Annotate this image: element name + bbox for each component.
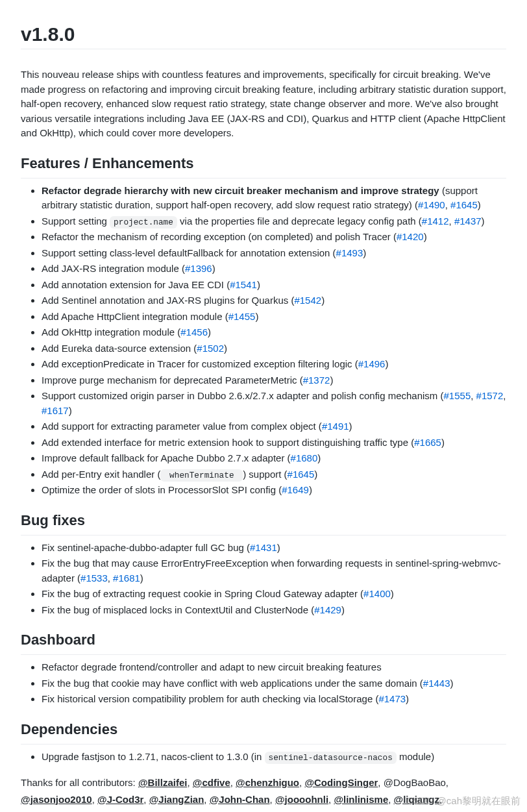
issue-link[interactable]: #1420 — [397, 231, 424, 242]
issue-link[interactable]: #1555 — [444, 390, 471, 401]
issue-link[interactable]: #1572 — [476, 390, 504, 401]
release-title: v1.8.0 — [21, 19, 506, 49]
inline-code: sentinel-datasource-nacos — [265, 752, 397, 764]
issue-link[interactable]: #1372 — [303, 375, 330, 386]
features-list: Refactor degrade hierarchy with new circ… — [21, 184, 506, 498]
list-item: Add Sentinel annotation and JAX-RS plugi… — [42, 293, 506, 308]
list-item: Fix sentinel-apache-dubbo-adapter full G… — [42, 541, 506, 556]
list-item: Add per-Entry exit handler ( whenTermina… — [42, 467, 506, 482]
dashboard-heading: Dashboard — [21, 629, 506, 655]
issue-link[interactable]: #1680 — [291, 452, 318, 463]
issue-link[interactable]: #1496 — [358, 358, 386, 369]
list-item: Support customized origin parser in Dubb… — [42, 389, 506, 418]
issue-link[interactable]: #1490 — [418, 199, 445, 210]
list-item: Improve purge mechanism for deprecated P… — [42, 373, 506, 388]
list-item: Add Apache HttpClient integration module… — [42, 310, 506, 325]
list-item: Refactor degrade frontend/controller and… — [42, 660, 506, 675]
bold-text: Refactor degrade hierarchy with new circ… — [42, 185, 439, 196]
thanks-contributors: Thanks for all contributors: @Billzaifei… — [21, 774, 506, 812]
issue-link[interactable]: #1649 — [282, 484, 309, 495]
mention-link[interactable]: @joooohnli — [275, 794, 328, 805]
mention-link[interactable]: @JiangZian — [149, 794, 204, 805]
mention-link[interactable]: @Billzaifei — [138, 777, 187, 788]
features-heading: Features / Enhancements — [21, 153, 506, 178]
list-item: Upgrade fastjson to 1.2.71, nacos-client… — [42, 750, 506, 765]
mention-link[interactable]: @linlinisme — [334, 794, 388, 805]
issue-link[interactable]: #1541 — [230, 279, 257, 290]
list-item: Fix the bug that may cause ErrorEntryFre… — [42, 556, 506, 585]
list-item: Support setting project.name via the pro… — [42, 214, 506, 229]
deps-list: Upgrade fastjson to 1.2.71, nacos-client… — [21, 750, 506, 765]
list-item: Add exceptionPredicate in Tracer for cus… — [42, 357, 506, 372]
list-item: Fix the bug of extracting request cookie… — [42, 587, 506, 602]
issue-link[interactable]: #1502 — [197, 343, 224, 354]
list-item: Add Eureka data-source extension (#1502) — [42, 341, 506, 356]
inline-code: project.name — [110, 216, 177, 228]
issue-link[interactable]: #1400 — [363, 588, 391, 599]
issue-link[interactable]: #1542 — [294, 295, 321, 306]
issue-link[interactable]: #1645 — [450, 199, 478, 210]
list-item: Optimize the order of slots in Processor… — [42, 483, 506, 498]
list-item: Improve default fallback for Apache Dubb… — [42, 451, 506, 466]
issue-link[interactable]: #1645 — [288, 469, 315, 480]
list-item: Refactor degrade hierarchy with new circ… — [42, 184, 506, 213]
inline-code: whenTerminate — [160, 469, 243, 482]
deps-heading: Dependencies — [21, 719, 506, 744]
issue-link[interactable]: #1412 — [422, 215, 449, 227]
issue-link[interactable]: #1493 — [336, 247, 363, 258]
mention-link[interactable]: @J-Cod3r — [97, 794, 143, 805]
list-item: Add support for extracting parameter val… — [42, 419, 506, 434]
issue-link[interactable]: #1456 — [180, 326, 208, 338]
list-item: Add JAX-RS integration module (#1396) — [42, 262, 506, 277]
list-item: Add extended interface for metric extens… — [42, 436, 506, 450]
list-item: Add annotation extension for Java EE CDI… — [42, 278, 506, 293]
issue-link[interactable]: #1665 — [414, 437, 441, 448]
mention-plain: @DogBaoBao — [384, 777, 446, 788]
issue-link[interactable]: #1431 — [250, 542, 277, 553]
mention-link[interactable]: @jasonjoo2010 — [21, 794, 92, 805]
list-item: Fix the bug of misplaced locks in Contex… — [42, 603, 506, 618]
mention-link[interactable]: @chenzhiguo — [236, 777, 299, 788]
mention-link[interactable]: @cdfive — [193, 777, 230, 788]
issue-link[interactable]: #1437 — [454, 215, 482, 227]
list-item: Fix the bug that cookie may have conflic… — [42, 676, 506, 691]
dashboard-list: Refactor degrade frontend/controller and… — [21, 660, 506, 707]
issue-link[interactable]: #1455 — [228, 311, 256, 322]
issue-link[interactable]: #1681 — [113, 572, 140, 584]
list-item: Support setting class-level defaultFallb… — [42, 246, 506, 261]
list-item: Refactor the mechanism of recording exce… — [42, 230, 506, 245]
issue-link[interactable]: #1443 — [423, 678, 450, 689]
list-item: Add OkHttp integration module (#1456) — [42, 325, 506, 340]
issue-link[interactable]: #1617 — [42, 405, 69, 416]
issue-link[interactable]: #1396 — [185, 263, 212, 274]
mention-link[interactable]: @CodingSinger — [304, 777, 378, 788]
bugfixes-list: Fix sentinel-apache-dubbo-adapter full G… — [21, 541, 506, 618]
issue-link[interactable]: #1533 — [80, 572, 108, 584]
issue-link[interactable]: #1429 — [314, 604, 341, 615]
issue-link[interactable]: #1491 — [322, 421, 349, 432]
release-intro: This nouveau release ships with countles… — [21, 68, 506, 141]
bugfixes-heading: Bug fixes — [21, 510, 506, 535]
mention-link[interactable]: @liqiangz — [394, 794, 439, 805]
mention-link[interactable]: @John-Chan — [210, 794, 270, 805]
list-item: Fix historical version compatibility pro… — [42, 692, 506, 707]
issue-link[interactable]: #1473 — [378, 693, 406, 704]
